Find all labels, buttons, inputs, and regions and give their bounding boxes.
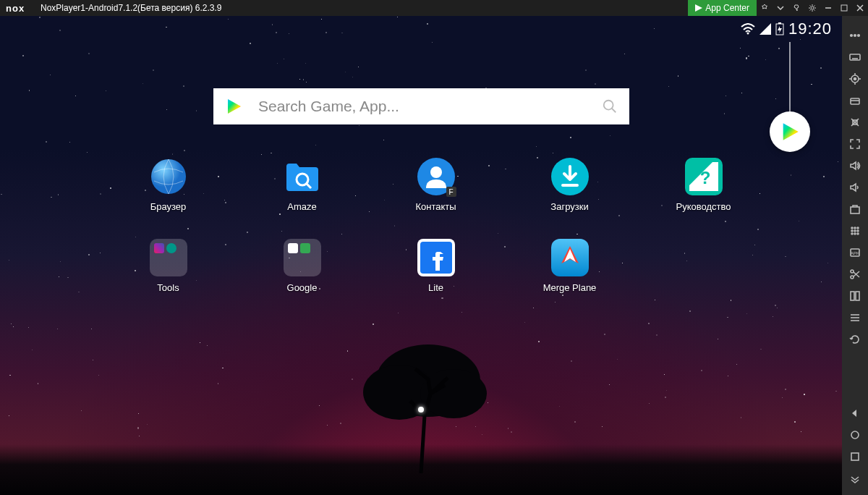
svg-point-65 bbox=[851, 431, 859, 439]
facebook-icon bbox=[420, 242, 452, 274]
svg-rect-43 bbox=[851, 98, 859, 104]
svg-point-53 bbox=[851, 233, 853, 234]
svg-marker-12 bbox=[783, 123, 799, 140]
svg-point-54 bbox=[854, 233, 856, 234]
sb-fullscreen-icon[interactable] bbox=[842, 133, 868, 155]
sb-mylocation-icon[interactable] bbox=[842, 90, 868, 111]
folder-preview bbox=[288, 243, 310, 253]
folder-preview bbox=[154, 243, 176, 253]
svg-point-51 bbox=[854, 230, 856, 232]
folder-google[interactable]: Google bbox=[235, 239, 369, 320]
sb-home-icon[interactable] bbox=[842, 424, 868, 446]
wifi-icon bbox=[741, 23, 755, 35]
play-store-bubble[interactable] bbox=[770, 111, 810, 152]
svg-point-52 bbox=[857, 230, 859, 232]
svg-rect-66 bbox=[851, 453, 859, 460]
sb-keyboard-icon[interactable] bbox=[842, 46, 868, 68]
maximize-button[interactable] bbox=[836, 0, 852, 16]
sb-screenshot-icon[interactable]: APK bbox=[842, 242, 868, 263]
tree-decoration bbox=[341, 336, 501, 473]
svg-point-50 bbox=[851, 230, 853, 232]
sb-rotate-icon[interactable] bbox=[842, 329, 868, 350]
sb-scissors-icon[interactable] bbox=[842, 263, 868, 285]
plane-icon bbox=[554, 242, 586, 274]
sb-apk-icon[interactable] bbox=[842, 198, 868, 220]
sb-back-icon[interactable] bbox=[842, 402, 868, 424]
globe-icon bbox=[150, 158, 187, 195]
floating-handle-line bbox=[789, 42, 791, 114]
svg-point-31 bbox=[858, 35, 860, 37]
sb-shake-icon[interactable] bbox=[842, 220, 868, 242]
svg-text:APK: APK bbox=[851, 251, 859, 255]
sb-multi-icon[interactable] bbox=[842, 307, 868, 329]
signal-icon bbox=[760, 23, 771, 35]
svg-point-7 bbox=[746, 33, 749, 35]
sb-expand-icon[interactable] bbox=[842, 468, 868, 489]
svg-marker-8 bbox=[760, 23, 771, 35]
sb-more-icon[interactable] bbox=[842, 25, 868, 46]
sb-location-icon[interactable] bbox=[842, 68, 868, 90]
badge: F bbox=[446, 187, 456, 197]
svg-rect-10 bbox=[778, 22, 781, 24]
minimize-button[interactable] bbox=[820, 0, 836, 16]
app-label: Google bbox=[287, 282, 318, 293]
app-label: Merge Plane bbox=[543, 282, 597, 293]
theme-icon[interactable] bbox=[757, 0, 773, 16]
svg-rect-3 bbox=[841, 5, 847, 11]
svg-text:?: ? bbox=[699, 168, 710, 187]
sb-volumeup-icon[interactable] bbox=[842, 155, 868, 177]
nox-sidebar: APK bbox=[842, 16, 868, 495]
svg-point-49 bbox=[857, 227, 859, 229]
svg-point-29 bbox=[851, 35, 853, 37]
app-guide[interactable]: ? Руководство bbox=[637, 158, 770, 239]
close-button[interactable] bbox=[852, 0, 868, 16]
window-title: NoxPlayer1-Android7.1.2(Бета версия) 6.2… bbox=[41, 3, 221, 13]
app-browser[interactable]: Браузер bbox=[101, 158, 235, 239]
download-icon bbox=[551, 158, 589, 195]
svg-point-14 bbox=[604, 101, 613, 110]
app-label: Контакты bbox=[415, 201, 456, 212]
app-center-button[interactable]: App Center bbox=[688, 0, 757, 16]
search-bar[interactable] bbox=[213, 88, 629, 124]
sb-volumedown-icon[interactable] bbox=[842, 177, 868, 198]
app-label: Amaze bbox=[287, 201, 316, 212]
svg-line-15 bbox=[612, 109, 616, 113]
svg-rect-61 bbox=[856, 292, 859, 300]
status-time: 19:20 bbox=[788, 20, 832, 38]
play-icon bbox=[695, 4, 702, 12]
app-label: Загрузки bbox=[550, 201, 588, 212]
svg-rect-32 bbox=[850, 54, 860, 60]
play-store-icon bbox=[780, 122, 800, 142]
app-label: Руководство bbox=[676, 201, 731, 212]
svg-point-47 bbox=[851, 227, 853, 229]
chevron-down-icon[interactable] bbox=[773, 0, 788, 16]
android-desktop[interactable]: 19:20 Браузер Amaze F Контакты Загрузки … bbox=[0, 16, 842, 495]
app-facebook-lite[interactable]: Lite bbox=[369, 239, 503, 320]
app-downloads[interactable]: Загрузки bbox=[503, 158, 637, 239]
sb-record-icon[interactable] bbox=[842, 285, 868, 307]
play-store-icon bbox=[225, 98, 242, 115]
svg-rect-46 bbox=[851, 207, 859, 213]
pin-icon[interactable] bbox=[788, 0, 804, 16]
app-label: Tools bbox=[157, 282, 179, 293]
app-contacts[interactable]: F Контакты bbox=[369, 158, 503, 239]
app-merge-plane[interactable]: Merge Plane bbox=[503, 239, 637, 320]
folder-search-icon bbox=[284, 158, 321, 195]
search-input[interactable] bbox=[258, 98, 602, 115]
sb-recent-icon[interactable] bbox=[842, 446, 868, 468]
sb-twohand-icon[interactable] bbox=[842, 111, 868, 133]
svg-point-38 bbox=[854, 78, 856, 80]
app-amaze[interactable]: Amaze bbox=[235, 158, 369, 239]
svg-point-1 bbox=[811, 7, 814, 9]
folder-tools[interactable]: Tools bbox=[101, 239, 235, 320]
search-icon bbox=[602, 98, 618, 114]
status-bar[interactable]: 19:20 bbox=[741, 16, 842, 42]
svg-point-58 bbox=[851, 270, 854, 273]
pagination-dot[interactable] bbox=[418, 407, 424, 412]
nox-logo: nox bbox=[6, 3, 35, 14]
svg-point-16 bbox=[151, 159, 186, 194]
settings-icon[interactable] bbox=[804, 0, 820, 16]
svg-marker-0 bbox=[695, 4, 702, 12]
app-center-label: App Center bbox=[705, 3, 749, 13]
battery-icon bbox=[775, 22, 784, 35]
